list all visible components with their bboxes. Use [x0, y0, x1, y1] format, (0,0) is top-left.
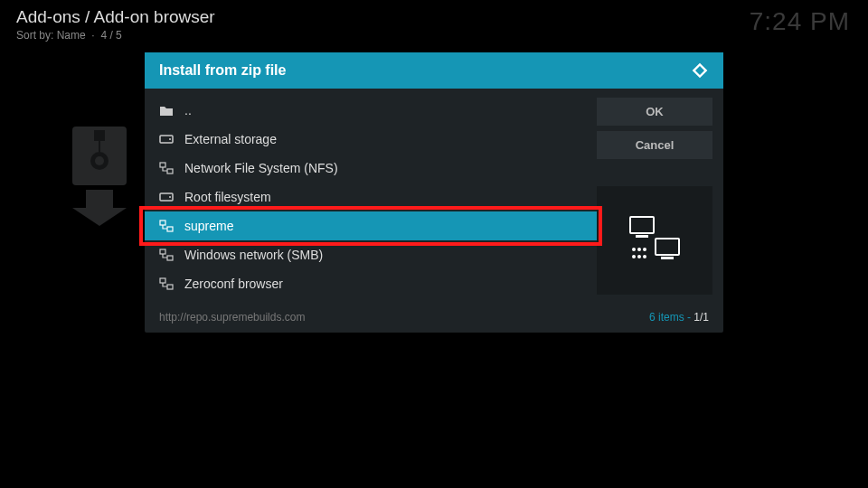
svg-rect-18	[636, 235, 648, 238]
dialog-title-bar: Install from zip file	[145, 52, 723, 89]
svg-rect-14	[167, 256, 173, 260]
svg-rect-12	[167, 227, 173, 231]
footer-path: http://repo.supremebuilds.com	[159, 311, 305, 324]
item-count: 6 items	[649, 311, 684, 324]
svg-point-10	[169, 196, 171, 198]
file-item-label: Zeroconf browser	[184, 277, 283, 291]
svg-rect-17	[630, 217, 654, 233]
file-item-6[interactable]: Zeroconf browser	[145, 269, 597, 298]
page-indicator: 1/1	[693, 311, 709, 324]
network-icon	[159, 162, 174, 174]
svg-rect-20	[661, 257, 674, 259]
svg-point-24	[632, 255, 636, 258]
network-icon	[159, 249, 174, 261]
svg-point-6	[169, 138, 171, 140]
file-list[interactable]: ..External storageNetwork File System (N…	[145, 89, 597, 305]
sort-label: Sort by: Name	[16, 29, 86, 42]
svg-rect-11	[160, 221, 165, 225]
folder-up-icon	[159, 104, 174, 117]
svg-rect-8	[167, 169, 173, 174]
file-item-label: supreme	[184, 219, 233, 233]
preview-thumbnail	[597, 186, 712, 295]
file-item-label: ..	[184, 103, 192, 117]
drive-icon	[159, 191, 174, 203]
file-item-label: Network File System (NFS)	[184, 161, 338, 175]
file-item-2[interactable]: Network File System (NFS)	[145, 154, 597, 183]
position-label: 4 / 5	[100, 29, 121, 42]
side-column: OK Cancel	[597, 89, 723, 305]
cancel-button[interactable]: Cancel	[597, 131, 712, 159]
file-item-3[interactable]: Root filesystem	[145, 183, 597, 211]
svg-point-21	[632, 248, 636, 251]
svg-rect-16	[167, 285, 173, 289]
file-item-label: Windows network (SMB)	[184, 248, 323, 262]
svg-rect-13	[160, 249, 165, 254]
network-icon	[159, 220, 174, 232]
dialog-footer: http://repo.supremebuilds.com 6 items - …	[145, 305, 723, 333]
svg-rect-1	[94, 130, 105, 141]
file-item-label: External storage	[184, 132, 277, 146]
svg-point-3	[95, 156, 104, 165]
svg-point-26	[643, 255, 646, 258]
svg-rect-19	[656, 239, 679, 255]
drive-icon	[159, 133, 174, 145]
zip-download-icon	[63, 127, 145, 226]
breadcrumb: Add-ons / Add-on browser	[16, 7, 852, 27]
svg-rect-15	[160, 278, 165, 283]
svg-point-23	[643, 248, 646, 251]
footer-count: 6 items - 1/1	[649, 311, 709, 324]
file-item-4[interactable]: supreme	[145, 211, 597, 240]
kodi-logo-icon	[691, 61, 709, 80]
file-item-1[interactable]: External storage	[145, 125, 597, 154]
ok-button[interactable]: OK	[597, 98, 712, 126]
sort-line: Sort by: Name · 4 / 5	[16, 29, 852, 42]
header: Add-ons / Add-on browser Sort by: Name ·…	[16, 7, 852, 42]
svg-rect-7	[160, 163, 165, 167]
clock: 7:24 PM	[750, 7, 850, 36]
network-computers-icon	[623, 213, 686, 267]
dialog-body: ..External storageNetwork File System (N…	[145, 89, 723, 305]
install-zip-dialog: Install from zip file ..External storage…	[145, 52, 723, 333]
dialog-title: Install from zip file	[159, 62, 286, 79]
svg-point-22	[637, 248, 641, 251]
file-item-label: Root filesystem	[184, 190, 271, 204]
svg-point-25	[637, 255, 641, 258]
file-item-0[interactable]: ..	[145, 96, 597, 125]
network-icon	[159, 277, 174, 290]
file-item-5[interactable]: Windows network (SMB)	[145, 240, 597, 269]
svg-rect-4	[99, 141, 100, 154]
